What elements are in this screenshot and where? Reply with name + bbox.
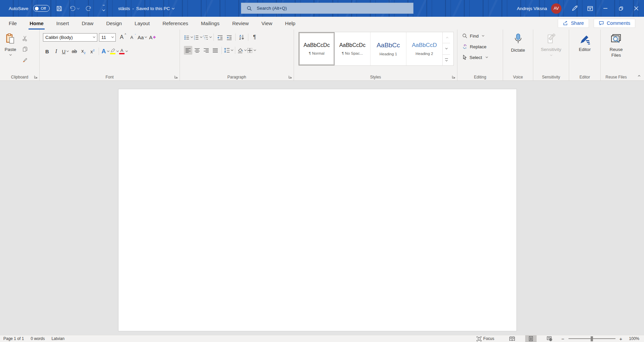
styles-scroll-up-button[interactable] <box>443 32 450 43</box>
align-right-button[interactable] <box>202 46 210 55</box>
clear-formatting-button[interactable]: A <box>148 33 157 42</box>
redo-button[interactable] <box>84 3 94 14</box>
font-color-button[interactable]: A <box>119 47 128 56</box>
web-layout-button[interactable] <box>544 335 555 342</box>
paragraph-dialog-launcher[interactable] <box>288 75 292 79</box>
styles-scroll-down-button[interactable] <box>443 43 450 54</box>
whats-new-button[interactable] <box>567 0 582 17</box>
replace-button[interactable]: bc Replace <box>462 42 503 51</box>
shrink-font-button[interactable]: Aˇ <box>128 33 136 42</box>
numbering-button[interactable]: 123 <box>193 33 202 42</box>
restore-button[interactable] <box>613 0 629 17</box>
save-button[interactable] <box>54 3 64 14</box>
bold-button[interactable]: B <box>43 47 51 56</box>
tab-review[interactable]: Review <box>226 17 255 30</box>
styles-gallery-more-button[interactable] <box>443 55 450 65</box>
tab-insert[interactable]: Insert <box>50 17 76 30</box>
shading-button[interactable] <box>237 46 246 55</box>
read-mode-button[interactable] <box>506 335 518 342</box>
increase-indent-button[interactable] <box>225 33 233 42</box>
tab-draw[interactable]: Draw <box>75 17 100 30</box>
bullets-button[interactable] <box>184 33 193 42</box>
minimize-button[interactable] <box>598 0 613 17</box>
tab-view[interactable]: View <box>255 17 279 30</box>
grow-font-button[interactable]: A^ <box>117 33 126 42</box>
underline-button[interactable]: U <box>61 47 69 56</box>
avatar[interactable]: AV <box>551 3 561 14</box>
copy-button[interactable] <box>21 45 29 53</box>
align-left-button[interactable] <box>184 46 192 55</box>
find-button[interactable]: Find <box>462 32 503 40</box>
multilevel-list-button[interactable]: 1ai <box>203 33 211 42</box>
show-formatting-button[interactable]: ¶ <box>250 33 259 42</box>
format-painter-button[interactable] <box>21 55 29 64</box>
zoom-slider[interactable] <box>568 335 615 342</box>
tab-layout[interactable]: Layout <box>128 17 156 30</box>
text-effects-button[interactable]: A <box>101 47 109 56</box>
avatar-initials: AV <box>554 6 559 11</box>
font-size-select[interactable]: 11 <box>99 33 116 42</box>
editor-button[interactable]: Editor <box>569 30 600 53</box>
user-name[interactable]: Andrejs Viksna <box>517 6 547 11</box>
share-button[interactable]: Share <box>558 19 589 28</box>
document-canvas[interactable] <box>0 81 644 335</box>
cut-button[interactable] <box>21 34 29 43</box>
italic-button[interactable]: I <box>52 47 60 56</box>
pen-sparkle-icon <box>571 5 578 12</box>
quick-access-toolbar-button[interactable] <box>99 3 109 14</box>
font-dialog-launcher[interactable] <box>174 75 178 79</box>
sort-button[interactable]: A Z <box>238 33 246 42</box>
strikethrough-button[interactable]: ab <box>70 47 79 56</box>
autosave-toggle[interactable]: Off <box>33 5 50 12</box>
style-heading-1[interactable]: AaBbCc Heading 1 <box>370 32 406 65</box>
highlight-color-button[interactable] <box>110 47 118 56</box>
tab-references[interactable]: References <box>156 17 195 30</box>
search-box[interactable] <box>241 3 413 14</box>
font-name-select[interactable]: Calibri (Body) <box>43 33 97 42</box>
style-no-spacing[interactable]: AaBbCcDc ¶ No Spac... <box>335 32 370 65</box>
zoom-out-button[interactable]: − <box>560 336 566 342</box>
tab-design[interactable]: Design <box>100 17 128 30</box>
subscript-button[interactable]: x2 <box>79 47 88 56</box>
zoom-in-button[interactable]: + <box>618 336 624 342</box>
focus-mode-button[interactable]: Focus <box>473 335 498 342</box>
tab-help[interactable]: Help <box>279 17 302 30</box>
tab-home[interactable]: Home <box>23 17 50 30</box>
undo-button[interactable] <box>69 3 79 14</box>
comments-button[interactable]: Comments <box>594 19 635 28</box>
page-indicator[interactable]: Page 1 of 1 <box>0 335 27 342</box>
document-title[interactable]: stāsts - Saved to this PC <box>118 0 174 17</box>
close-button[interactable] <box>629 0 644 17</box>
group-voice: Dictate Voice <box>503 30 533 80</box>
select-button[interactable]: Select <box>462 53 503 62</box>
decrease-indent-button[interactable] <box>216 33 224 42</box>
zoom-percentage[interactable]: 100% <box>624 335 644 342</box>
paste-button[interactable]: Paste <box>0 30 21 55</box>
paragraph-group-label: Paragraph <box>180 75 294 79</box>
reuse-files-button[interactable]: Reuse Files <box>601 30 632 58</box>
restore-icon <box>618 6 624 11</box>
change-case-button[interactable]: Aa <box>138 33 147 42</box>
zoom-slider-handle[interactable] <box>591 336 593 341</box>
search-input[interactable] <box>257 6 391 11</box>
print-layout-button[interactable] <box>525 335 537 342</box>
align-center-button[interactable] <box>193 46 201 55</box>
comments-icon <box>599 20 604 26</box>
tab-mailings[interactable]: Mailings <box>195 17 226 30</box>
language-indicator[interactable]: Latvian <box>48 335 68 342</box>
style-normal[interactable]: AaBbCcDc ¶ Normal <box>299 32 335 65</box>
tab-file[interactable]: File <box>0 17 23 30</box>
clipboard-dialog-launcher[interactable] <box>34 75 38 79</box>
borders-button[interactable] <box>247 46 256 55</box>
collapse-ribbon-button[interactable] <box>637 72 640 78</box>
justify-button[interactable] <box>211 46 219 55</box>
style-heading-2[interactable]: AaBbCcD Heading 2 <box>406 32 442 65</box>
document-page[interactable] <box>118 89 517 331</box>
word-count[interactable]: 0 words <box>27 335 48 342</box>
superscript-button[interactable]: x2 <box>88 47 97 56</box>
line-spacing-button[interactable] <box>224 46 233 55</box>
styles-dialog-launcher[interactable] <box>452 75 455 79</box>
ribbon-display-options-button[interactable] <box>582 0 598 17</box>
comments-label: Comments <box>607 20 630 26</box>
dictate-button[interactable]: Dictate <box>503 30 533 53</box>
